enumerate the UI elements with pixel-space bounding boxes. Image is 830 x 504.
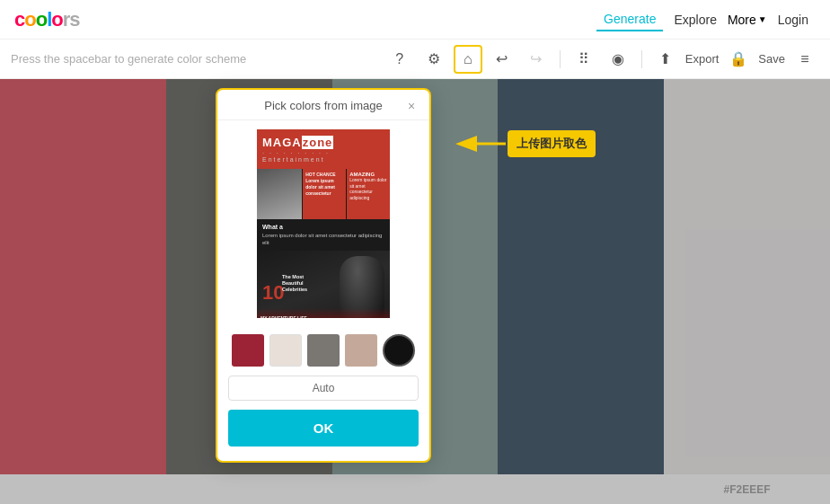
modal-close-button[interactable]: × xyxy=(402,97,420,115)
share-icon[interactable]: ⬆ xyxy=(651,45,680,74)
nav-explore[interactable]: Explore xyxy=(667,9,723,31)
navbar: coolors Generate Explore More ▼ Login xyxy=(0,0,830,40)
mag-mid: What a Lorem ipsum dolor sit amet consec… xyxy=(257,219,390,251)
mag-col1 xyxy=(257,169,302,219)
magazine-cover: MAGAzone · · · · · · · · · · Entertainme… xyxy=(257,129,390,318)
modal-swatch-black[interactable] xyxy=(383,334,415,367)
mag-subtitle: · · · · · · · · · · Entertainment xyxy=(262,150,384,163)
eye-icon[interactable]: ◉ xyxy=(604,45,632,74)
mag-mid-label: What a xyxy=(262,224,283,230)
mag-bottom-text: MY ADVENTURE LIFE,FEEL THE PASSION xyxy=(260,315,308,318)
toolbar-hint: Press the spacebar to generate color sch… xyxy=(11,52,385,66)
modal-ok-button[interactable]: OK xyxy=(228,410,419,447)
mag-title: MAGAzone xyxy=(262,136,384,149)
mag-col2-text: HOT CHANCELorem ipsumdolor sit ametconse… xyxy=(305,172,343,197)
logo[interactable]: coolors xyxy=(14,8,80,31)
modal-color-swatches xyxy=(217,325,429,376)
save-label[interactable]: Save xyxy=(758,52,785,66)
modal-auto-option[interactable]: Auto xyxy=(228,376,419,401)
swatches-container: #DE636F #757671 #94AAA6 #4E6374 #F2EEEF … xyxy=(0,79,830,504)
mag-10: 10 xyxy=(262,283,284,303)
mag-col2: HOT CHANCELorem ipsumdolor sit ametconse… xyxy=(303,169,346,219)
navbar-right: Generate Explore More ▼ Login xyxy=(596,8,816,31)
mag-col3: AMAZING Lorem ipsum dolor sit amet conse… xyxy=(347,169,390,219)
image-upload-icon[interactable]: ⌂ xyxy=(454,45,482,74)
pick-color-modal: Pick colors from image × MAGAzone · · · … xyxy=(216,88,431,463)
redo-icon[interactable]: ↪ xyxy=(522,45,551,74)
toolbar: Press the spacebar to generate color sch… xyxy=(0,40,830,79)
export-label[interactable]: Export xyxy=(685,52,720,66)
modal-header: Pick colors from image × xyxy=(217,90,429,120)
undo-icon[interactable]: ↩ xyxy=(488,45,517,74)
divider xyxy=(560,50,561,68)
modal-swatch-red[interactable] xyxy=(232,334,264,367)
arrow-icon xyxy=(454,128,508,160)
mag-mid-text: What a Lorem ipsum dolor sit amet consec… xyxy=(262,223,384,247)
mag-photo-section: 10 The MostBeautifulCelebrities MY ADVEN… xyxy=(257,251,390,318)
mag-bottom-overlay: MY ADVENTURE LIFE,FEEL THE PASSION xyxy=(257,308,390,318)
mag-photo-bg xyxy=(257,169,302,219)
nav-generate[interactable]: Generate xyxy=(596,8,663,31)
grid-icon[interactable]: ⠿ xyxy=(570,45,598,74)
modal-swatch-beige[interactable] xyxy=(345,334,377,367)
login-button[interactable]: Login xyxy=(771,9,816,31)
navbar-left: coolors xyxy=(14,8,80,31)
modal-overlay: Pick colors from image × MAGAzone · · · … xyxy=(0,79,830,504)
settings-icon[interactable]: ⚙ xyxy=(419,45,448,74)
menu-icon[interactable]: ≡ xyxy=(790,45,819,74)
nav-more-label: More xyxy=(728,13,756,27)
mag-header: MAGAzone · · · · · · · · · · Entertainme… xyxy=(257,129,390,169)
lock-icon[interactable]: 🔒 xyxy=(724,45,753,74)
chevron-down-icon: ▼ xyxy=(758,14,767,24)
modal-swatch-white[interactable] xyxy=(269,334,302,367)
mag-10-text: The MostBeautifulCelebrities xyxy=(282,274,307,293)
help-icon[interactable]: ? xyxy=(385,45,414,74)
modal-title: Pick colors from image xyxy=(264,99,382,112)
magazine-image: MAGAzone · · · · · · · · · · Entertainme… xyxy=(257,129,390,318)
annotation-label: 上传图片取色 xyxy=(508,130,596,157)
mag-col3-text: Lorem ipsum dolor sit amet consectetur a… xyxy=(349,177,387,200)
modal-swatch-gray[interactable] xyxy=(307,334,340,367)
divider2 xyxy=(641,50,642,68)
arrow-annotation: 上传图片取色 xyxy=(454,128,596,160)
nav-more[interactable]: More ▼ xyxy=(728,13,767,27)
toolbar-icons: ? ⚙ ⌂ ↩ ↪ ⠿ ◉ ⬆ Export 🔒 Save ≡ xyxy=(385,45,819,74)
mag-red-strip: HOT CHANCELorem ipsumdolor sit ametconse… xyxy=(257,169,390,219)
